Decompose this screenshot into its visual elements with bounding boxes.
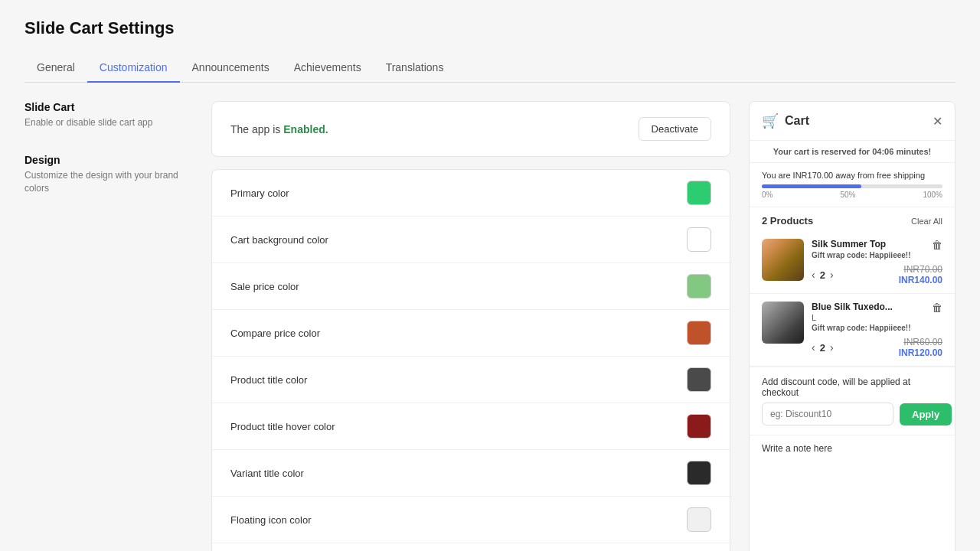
clear-all-button[interactable]: Clear All — [911, 217, 942, 226]
progress-fill — [762, 184, 861, 188]
progress-labels: 0% 50% 100% — [762, 191, 942, 199]
product-row-2: Blue Silk Tuxedo... L Gift wrap code: Ha… — [762, 302, 942, 358]
color-row-5: Product title hover color — [212, 403, 730, 450]
main-panel: The app is Enabled. Deactivate Primary c… — [211, 101, 730, 551]
color-swatch-0[interactable] — [687, 181, 711, 205]
qty-value-2: 2 — [820, 342, 825, 354]
discount-section: Add discount code, will be applied at ch… — [750, 367, 955, 435]
discount-label: Add discount code, will be applied at ch… — [762, 377, 942, 398]
product-item-2: Blue Silk Tuxedo... L Gift wrap code: Ha… — [750, 294, 955, 367]
cart-header: 🛒 Cart ✕ — [750, 102, 955, 141]
cart-preview: 🛒 Cart ✕ Your cart is reserved for 04:06… — [749, 101, 956, 551]
cart-title: Cart — [785, 114, 809, 128]
discount-input[interactable] — [762, 403, 893, 425]
product-row-1: Silk Summer Top Gift wrap code: Happiiee… — [762, 239, 942, 285]
product-gift-1: Gift wrap code: Happiieee!! — [812, 251, 910, 259]
cart-icon: 🛒 — [762, 112, 779, 129]
qty-value-1: 2 — [820, 269, 825, 281]
qty-control-1: ‹ 2 › — [812, 269, 834, 281]
color-swatch-3[interactable] — [687, 321, 711, 345]
price-sale-1: INR140.00 — [899, 275, 942, 285]
color-row-0: Primary color — [212, 170, 730, 217]
qty-row-2: ‹ 2 › INR60.00 INR120.00 — [812, 337, 942, 358]
qty-decrease-2[interactable]: ‹ — [812, 341, 815, 354]
color-label-0: Primary color — [230, 187, 289, 199]
cart-header-left: 🛒 Cart — [762, 112, 809, 129]
color-label-2: Sale price color — [230, 281, 299, 292]
color-row-7: Floating icon color — [212, 497, 730, 543]
tab-general[interactable]: General — [24, 54, 87, 83]
tab-translations[interactable]: Translations — [374, 54, 456, 83]
tab-customization[interactable]: Customization — [87, 54, 180, 83]
qty-decrease-1[interactable]: ‹ — [812, 269, 815, 281]
color-row-8: Floating icon background — [212, 543, 730, 551]
design-section-desc: Customize the design with your brand col… — [24, 169, 193, 195]
status-enabled: Enabled. — [283, 123, 328, 135]
close-icon[interactable]: ✕ — [933, 114, 942, 129]
color-row-2: Sale price color — [212, 263, 730, 310]
product-name-2: Blue Silk Tuxedo... — [812, 302, 910, 312]
product-item-1: Silk Summer Top Gift wrap code: Happiiee… — [750, 231, 955, 294]
tab-achievements[interactable]: Achievements — [282, 54, 374, 83]
color-row-3: Compare price color — [212, 310, 730, 357]
qty-row-1: ‹ 2 › INR70.00 INR140.00 — [812, 264, 942, 285]
color-row-1: Cart background color — [212, 217, 730, 263]
tabs-bar: General Customization Announcements Achi… — [24, 54, 956, 83]
discount-row: Apply — [762, 403, 942, 425]
shipping-progress: You are INR170.00 away from free shippin… — [750, 163, 955, 207]
color-label-1: Cart background color — [230, 234, 328, 246]
product-image-1 — [762, 239, 804, 281]
deactivate-button[interactable]: Deactivate — [639, 117, 711, 141]
left-sidebar: Slide Cart Enable or disable slide cart … — [24, 101, 193, 551]
color-row-4: Product title color — [212, 357, 730, 403]
color-label-3: Compare price color — [230, 328, 320, 339]
slide-cart-section-title: Slide Cart — [24, 101, 193, 113]
color-settings-card: Primary color Cart background color Sale… — [211, 169, 730, 551]
delete-product-1-icon[interactable]: 🗑 — [932, 239, 942, 251]
color-label-4: Product title color — [230, 374, 307, 386]
qty-increase-1[interactable]: › — [830, 269, 834, 281]
products-header: 2 Products Clear All — [750, 207, 955, 231]
delete-product-2-icon[interactable]: 🗑 — [932, 302, 942, 314]
color-swatch-4[interactable] — [687, 367, 711, 392]
price-original-1: INR70.00 — [899, 264, 942, 275]
status-text: The app is Enabled. — [230, 123, 328, 135]
products-count: 2 Products — [762, 215, 813, 227]
progress-track — [762, 184, 942, 188]
note-section: Write a note here — [750, 435, 955, 461]
note-label: Write a note here — [762, 443, 942, 454]
apply-discount-button[interactable]: Apply — [900, 403, 952, 425]
page-title: Slide Cart Settings — [24, 18, 956, 38]
qty-increase-2[interactable]: › — [830, 341, 834, 354]
product-info-2: Blue Silk Tuxedo... L Gift wrap code: Ha… — [812, 302, 942, 358]
price-col-2: INR60.00 INR120.00 — [899, 337, 942, 358]
color-swatch-7[interactable] — [687, 507, 711, 532]
product-image-2 — [762, 302, 804, 344]
color-label-6: Variant title color — [230, 468, 304, 479]
product-info-1: Silk Summer Top Gift wrap code: Happiiee… — [812, 239, 942, 285]
color-label-5: Product title hover color — [230, 421, 335, 432]
slide-cart-section-desc: Enable or disable slide cart app — [24, 116, 193, 129]
color-swatch-6[interactable] — [687, 461, 711, 485]
shipping-text: You are INR170.00 away from free shippin… — [762, 171, 942, 180]
cart-reserved-banner: Your cart is reserved for 04:06 minutes! — [750, 141, 955, 163]
qty-control-2: ‹ 2 › — [812, 341, 834, 354]
color-row-6: Variant title color — [212, 450, 730, 497]
product-name-1: Silk Summer Top — [812, 239, 910, 249]
design-section-title: Design — [24, 154, 193, 166]
price-sale-2: INR120.00 — [899, 347, 942, 358]
color-swatch-2[interactable] — [687, 274, 711, 298]
product-gift-2: Gift wrap code: Happiieee!! — [812, 324, 910, 332]
status-card: The app is Enabled. Deactivate — [211, 101, 730, 157]
color-swatch-1[interactable] — [687, 227, 711, 252]
color-swatch-5[interactable] — [687, 414, 711, 439]
product-variant-2: L — [812, 313, 910, 322]
price-original-2: INR60.00 — [899, 337, 942, 347]
price-col-1: INR70.00 INR140.00 — [899, 264, 942, 285]
tab-announcements[interactable]: Announcements — [180, 54, 282, 83]
color-label-7: Floating icon color — [230, 514, 312, 526]
